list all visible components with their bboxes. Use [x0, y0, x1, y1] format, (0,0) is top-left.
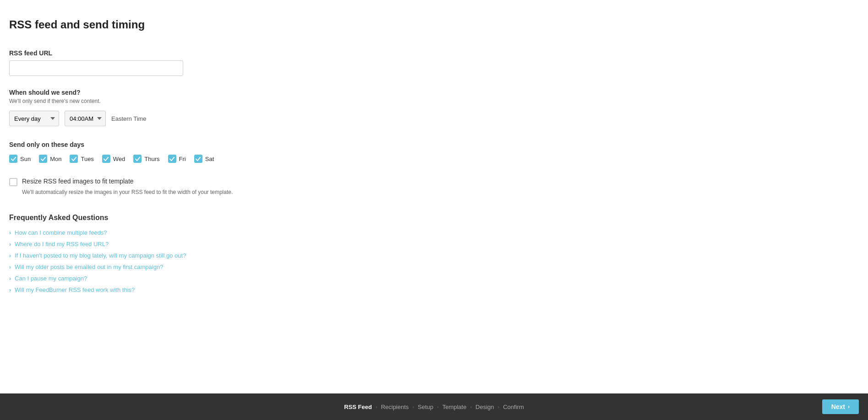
chevron-right-icon: ›: [9, 253, 11, 259]
step-setup[interactable]: Setup: [418, 404, 433, 410]
day-checkbox-sun[interactable]: [9, 155, 17, 163]
chevron-right-icon: ›: [498, 404, 500, 409]
days-title: Send only on these days: [9, 141, 403, 148]
faq-item: › Where do I find my RSS feed URL?: [9, 241, 403, 248]
day-item-wed: Wed: [102, 155, 126, 163]
rss-feed-section: RSS feed URL: [9, 49, 403, 76]
faq-link[interactable]: Will my FeedBurner RSS feed work with th…: [15, 286, 135, 293]
day-label-mon: Mon: [50, 156, 61, 162]
step-rss-feed[interactable]: RSS Feed: [344, 404, 372, 410]
resize-row: Resize RSS feed images to fit template: [9, 178, 403, 186]
check-icon: [135, 156, 140, 162]
send-timing-row: Every day Every week Every month 04:00AM…: [9, 111, 403, 126]
faq-link[interactable]: If I haven't posted to my blog lately, w…: [15, 252, 186, 259]
faq-item: › How can I combine multiple feeds?: [9, 229, 403, 236]
day-label-thurs: Thurs: [144, 156, 159, 162]
rss-url-label: RSS feed URL: [9, 49, 403, 57]
when-send-section: When should we send? We'll only send if …: [9, 89, 403, 126]
next-chevron-icon: ›: [848, 404, 850, 410]
day-label-wed: Wed: [113, 156, 126, 162]
faq-link[interactable]: Can I pause my campaign?: [15, 275, 87, 282]
day-label-sat: Sat: [205, 156, 214, 162]
resize-description: We'll automatically resize the images in…: [22, 189, 403, 195]
day-item-fri: Fri: [168, 155, 186, 163]
page-title: RSS feed and send timing: [9, 18, 403, 31]
bottom-bar: RSS Feed › Recipients › Setup › Template…: [0, 393, 868, 420]
day-checkbox-mon[interactable]: [39, 155, 47, 163]
chevron-right-icon: ›: [470, 404, 472, 409]
faq-item: › If I haven't posted to my blog lately,…: [9, 252, 403, 259]
next-button-label: Next: [831, 403, 845, 410]
resize-section: Resize RSS feed images to fit template W…: [9, 178, 403, 195]
day-item-sun: Sun: [9, 155, 31, 163]
faq-list: › How can I combine multiple feeds? › Wh…: [9, 229, 403, 293]
day-item-thurs: Thurs: [133, 155, 159, 163]
days-section: Send only on these days Sun Mon: [9, 141, 403, 163]
step-template[interactable]: Template: [442, 404, 467, 410]
day-item-mon: Mon: [39, 155, 61, 163]
day-label-tues: Tues: [81, 156, 93, 162]
faq-title: Frequently Asked Questions: [9, 214, 403, 222]
chevron-right-icon: ›: [9, 264, 11, 270]
chevron-right-icon: ›: [9, 287, 11, 293]
day-checkbox-wed[interactable]: [102, 155, 110, 163]
chevron-right-icon: ›: [9, 230, 11, 236]
check-icon: [169, 156, 175, 162]
days-row: Sun Mon Tues: [9, 155, 403, 163]
chevron-right-icon: ›: [9, 241, 11, 248]
chevron-right-icon: ›: [376, 404, 377, 409]
check-icon: [196, 156, 201, 162]
step-recipients[interactable]: Recipients: [381, 404, 409, 410]
check-icon: [11, 156, 16, 162]
day-checkbox-sat[interactable]: [194, 155, 202, 163]
when-send-title: When should we send?: [9, 89, 403, 96]
faq-link[interactable]: Will my older posts be emailed out in my…: [15, 264, 163, 270]
faq-item: › Can I pause my campaign?: [9, 275, 403, 282]
steps-nav: RSS Feed › Recipients › Setup › Template…: [344, 404, 524, 410]
day-label-sun: Sun: [20, 156, 31, 162]
step-design[interactable]: Design: [475, 404, 494, 410]
day-item-tues: Tues: [70, 155, 93, 163]
timezone-label: Eastern Time: [111, 115, 147, 122]
faq-link[interactable]: Where do I find my RSS feed URL?: [15, 241, 109, 248]
check-icon: [41, 156, 46, 162]
when-send-subtitle: We'll only send if there's new content.: [9, 98, 403, 104]
time-dropdown[interactable]: 04:00AM 05:00AM 06:00AM 07:00AM 08:00AM …: [65, 111, 106, 126]
check-icon: [104, 156, 109, 162]
check-icon: [71, 156, 76, 162]
day-item-sat: Sat: [194, 155, 214, 163]
faq-section: Frequently Asked Questions › How can I c…: [9, 214, 403, 293]
chevron-right-icon: ›: [437, 404, 439, 409]
chevron-right-icon: ›: [9, 275, 11, 282]
faq-item: › Will my FeedBurner RSS feed work with …: [9, 286, 403, 293]
day-checkbox-fri[interactable]: [168, 155, 176, 163]
faq-item: › Will my older posts be emailed out in …: [9, 264, 403, 270]
chevron-right-icon: ›: [412, 404, 414, 409]
resize-label: Resize RSS feed images to fit template: [22, 178, 134, 185]
step-confirm[interactable]: Confirm: [503, 404, 524, 410]
frequency-dropdown[interactable]: Every day Every week Every month: [9, 111, 59, 126]
day-checkbox-thurs[interactable]: [133, 155, 142, 163]
next-button[interactable]: Next ›: [822, 399, 859, 414]
rss-url-input[interactable]: [9, 60, 183, 76]
day-label-fri: Fri: [179, 156, 186, 162]
day-checkbox-tues[interactable]: [70, 155, 78, 163]
resize-checkbox[interactable]: [9, 178, 17, 186]
faq-link[interactable]: How can I combine multiple feeds?: [15, 229, 107, 236]
